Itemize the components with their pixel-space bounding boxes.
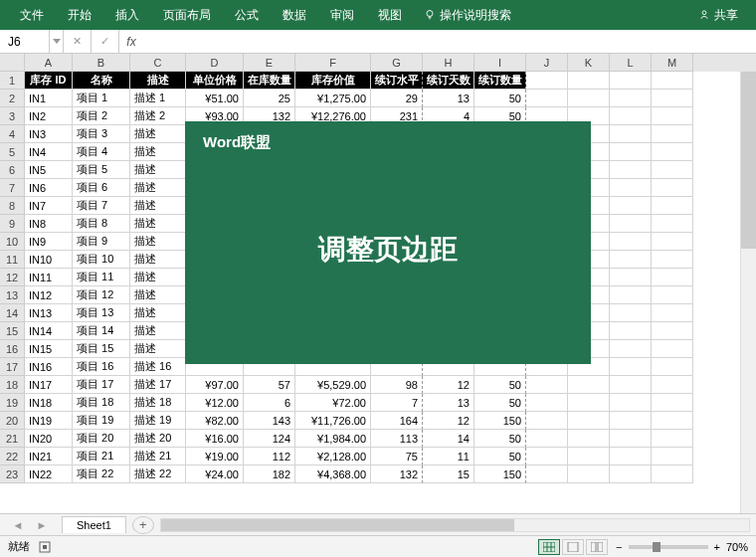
col-header-F[interactable]: F [295, 54, 371, 72]
cell[interactable]: 描述 [130, 269, 186, 286]
tell-me-search[interactable]: 操作说明搜索 [414, 7, 521, 24]
cell[interactable] [652, 412, 693, 430]
cell[interactable] [610, 358, 652, 376]
row-header-11[interactable]: 11 [0, 251, 25, 269]
row-header-14[interactable]: 14 [0, 304, 25, 322]
cell[interactable]: 单位价格 [186, 72, 244, 90]
cell[interactable]: 描述 19 [130, 412, 186, 430]
cell[interactable]: IN8 [25, 215, 73, 233]
cell[interactable] [610, 465, 652, 483]
cell[interactable]: 11 [423, 448, 474, 465]
cell[interactable] [568, 376, 610, 394]
cell[interactable] [610, 215, 652, 233]
cell[interactable]: 库存价值 [295, 72, 371, 90]
cell[interactable] [652, 233, 693, 251]
cell[interactable]: 描述 [130, 197, 186, 215]
sheet-nav-next[interactable]: ► [37, 519, 48, 531]
row-header-6[interactable]: 6 [0, 161, 25, 179]
cell[interactable] [610, 322, 652, 340]
name-box-dropdown[interactable] [50, 30, 64, 53]
row-header-12[interactable]: 12 [0, 269, 25, 286]
cell[interactable] [652, 358, 693, 376]
cell[interactable] [652, 286, 693, 304]
cell[interactable]: IN14 [25, 322, 73, 340]
cell[interactable]: 描述 16 [130, 358, 186, 376]
cell[interactable] [652, 465, 693, 483]
cell[interactable]: 项目 20 [73, 430, 130, 448]
col-header-H[interactable]: H [423, 54, 474, 72]
cell[interactable] [652, 197, 693, 215]
cell[interactable]: 项目 5 [73, 161, 130, 179]
cell[interactable]: 项目 17 [73, 376, 130, 394]
cell[interactable]: 描述 2 [130, 107, 186, 125]
horizontal-scroll-thumb[interactable] [161, 519, 514, 531]
cell[interactable] [568, 394, 610, 412]
cell[interactable]: 项目 18 [73, 394, 130, 412]
cell[interactable]: 描述 17 [130, 376, 186, 394]
tab-insert[interactable]: 插入 [103, 0, 151, 30]
row-header-10[interactable]: 10 [0, 233, 25, 251]
cell[interactable]: ¥5,529.00 [295, 376, 371, 394]
cell[interactable]: 项目 10 [73, 251, 130, 269]
cell[interactable]: 描述 [130, 340, 186, 358]
zoom-in-button[interactable]: + [714, 541, 720, 553]
row-header-20[interactable]: 20 [0, 412, 25, 430]
tab-home[interactable]: 开始 [56, 0, 103, 30]
cell[interactable]: 描述 [130, 143, 186, 161]
row-header-15[interactable]: 15 [0, 322, 25, 340]
cell[interactable]: IN2 [25, 107, 73, 125]
cell[interactable]: IN15 [25, 340, 73, 358]
cell[interactable]: IN19 [25, 412, 73, 430]
add-sheet-button[interactable]: + [132, 516, 154, 534]
cell[interactable]: 描述 [130, 161, 186, 179]
macro-record-icon[interactable] [38, 540, 52, 554]
cell[interactable] [652, 251, 693, 269]
cell[interactable]: IN1 [25, 90, 73, 107]
cell[interactable]: 项目 3 [73, 125, 130, 143]
cell[interactable]: 描述 18 [130, 394, 186, 412]
cell[interactable]: 项目 14 [73, 322, 130, 340]
cell[interactable]: 14 [423, 430, 474, 448]
cell[interactable]: 描述 [130, 179, 186, 197]
cell[interactable] [652, 430, 693, 448]
row-header-16[interactable]: 16 [0, 340, 25, 358]
cell[interactable]: IN5 [25, 161, 73, 179]
cell[interactable]: IN22 [25, 465, 73, 483]
view-normal-button[interactable] [538, 539, 560, 555]
col-header-G[interactable]: G [371, 54, 423, 72]
cell[interactable] [568, 430, 610, 448]
cell[interactable]: IN11 [25, 269, 73, 286]
cell[interactable]: IN20 [25, 430, 73, 448]
col-header-I[interactable]: I [474, 54, 526, 72]
cell[interactable] [652, 322, 693, 340]
cell[interactable] [610, 269, 652, 286]
cell[interactable]: 7 [371, 394, 423, 412]
tab-data[interactable]: 数据 [271, 0, 318, 30]
cell[interactable]: 续订数量 [474, 72, 526, 90]
cell[interactable] [610, 340, 652, 358]
cell[interactable]: 75 [371, 448, 423, 465]
cell[interactable]: IN4 [25, 143, 73, 161]
cell[interactable] [526, 376, 568, 394]
row-header-23[interactable]: 23 [0, 465, 25, 483]
cell[interactable] [610, 412, 652, 430]
row-header-4[interactable]: 4 [0, 125, 25, 143]
cell[interactable] [652, 448, 693, 465]
cell[interactable] [610, 72, 652, 90]
cell[interactable] [652, 269, 693, 286]
cell[interactable]: 描述 [130, 286, 186, 304]
col-header-D[interactable]: D [186, 54, 244, 72]
cell[interactable]: 描述 [130, 72, 186, 90]
cell[interactable] [526, 412, 568, 430]
cell[interactable]: ¥97.00 [186, 376, 244, 394]
cell[interactable]: ¥24.00 [186, 465, 244, 483]
cell[interactable]: 在库数量 [244, 72, 295, 90]
cell[interactable]: 112 [244, 448, 295, 465]
cell[interactable]: 项目 12 [73, 286, 130, 304]
cell[interactable]: 12 [423, 376, 474, 394]
cell[interactable] [526, 394, 568, 412]
cell[interactable]: 15 [423, 465, 474, 483]
cell[interactable]: 描述 21 [130, 448, 186, 465]
cell[interactable] [610, 251, 652, 269]
cell[interactable]: ¥82.00 [186, 412, 244, 430]
